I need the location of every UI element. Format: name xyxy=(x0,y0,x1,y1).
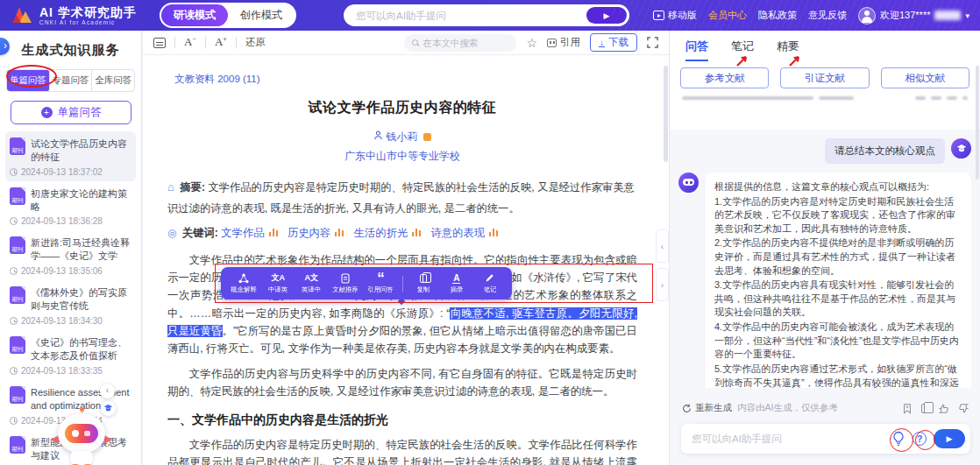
references-button[interactable]: 参考文献 xyxy=(680,67,769,88)
journal-icon: 期刊 xyxy=(10,137,25,155)
en-to-zh-button[interactable]: A文 英译中 xyxy=(298,272,324,294)
regenerate-button[interactable]: 重新生成 xyxy=(682,402,732,414)
concept-explain-button[interactable]: 概念解释 xyxy=(230,272,258,294)
copy-answer-icon[interactable] xyxy=(921,404,929,413)
sidebar-title: 生成式知识服务 xyxy=(0,31,141,59)
journal-icon: 期刊 xyxy=(10,286,25,304)
zh-to-en-button[interactable]: 文A 中译英 xyxy=(265,272,291,294)
answer-line: 2.文学作品的历史内容不提供绝对的是非判断或明确的历史评价，而是通过具有艺术性的… xyxy=(714,236,962,278)
qa-scope-tabs: 单篇问答 专题问答 全库问答 xyxy=(6,69,135,92)
chart-icon[interactable] xyxy=(335,229,344,236)
mode-toggle: 研读模式 创作模式 xyxy=(160,3,296,28)
panel-scrollbar[interactable] xyxy=(976,66,979,180)
document-toolbar: A− A+ 还原 ☆ 引用 ↓ 下载 xyxy=(143,31,669,55)
restore-button[interactable]: 还原 xyxy=(245,36,266,49)
list-item[interactable]: 期刊 初唐史家文论的建构策略 2024-09-13 18:36:28 xyxy=(5,181,136,231)
mode-tab-create[interactable]: 创作模式 xyxy=(228,4,295,26)
header-search-input[interactable] xyxy=(356,11,586,21)
similar-literature-button[interactable]: 相似文献 xyxy=(881,67,969,88)
clock-icon xyxy=(10,367,18,375)
sidebar-collapse-mini-button[interactable]: ‹ xyxy=(100,384,115,398)
vip-center-link[interactable]: 会员中心 xyxy=(708,9,747,22)
thumbs-down-icon[interactable] xyxy=(958,403,969,414)
journal-icon: 期刊 xyxy=(10,386,25,404)
note-button[interactable]: 笔记 xyxy=(477,272,503,294)
author-line: 钱小莉 xyxy=(167,130,637,144)
affiliation[interactable]: 广东中山市中等专业学校 xyxy=(167,149,637,164)
list-item[interactable]: 期刊 新进路:司马迁经典诠释学——《史记》文学研... 2024-09-13 1… xyxy=(5,230,136,280)
collapse-right-handle[interactable]: › xyxy=(656,268,669,301)
chat-messages: 请总结本文的核心观点 根据提供的信息，这篇文章的核心观点可以概括为: 1.文学作… xyxy=(678,135,971,388)
document-scrollbar[interactable] xyxy=(664,66,668,162)
citation-qa-button[interactable]: “ 引用问答 xyxy=(366,272,394,294)
tab-highlights[interactable]: 精要 xyxy=(777,39,799,61)
in-document-search xyxy=(404,34,516,52)
help-icon[interactable]: ? xyxy=(913,432,927,446)
excerpt-icon: A xyxy=(452,272,460,284)
redacted-phone xyxy=(934,11,961,20)
author-badge-icon xyxy=(423,133,431,141)
clock-icon xyxy=(10,417,18,425)
app-title: AI 学术研究助手 xyxy=(39,6,137,19)
concept-icon xyxy=(238,272,249,284)
thumbs-up-icon[interactable] xyxy=(938,403,949,414)
keyword-link[interactable]: 生活的折光 xyxy=(354,227,408,239)
app-logo: AI 学术研究助手 CNKI AI for Academic xyxy=(12,5,137,26)
font-larger-button[interactable]: A+ xyxy=(215,35,227,49)
tab-notes[interactable]: 笔记 xyxy=(731,39,754,61)
redacted-meta-line xyxy=(670,88,980,105)
body-paragraph: 文学作品的历史内容是特定历史时期的、特定民族的社会生活的反映。文学作品比任何科学… xyxy=(167,436,637,465)
answer-line: 3.文学作品的历史内容具有现实针对性，能够引发社会的共鸣，但这种共鸣往往不是基于… xyxy=(714,278,962,320)
user-chat-avatar xyxy=(951,138,971,159)
list-item[interactable]: 期刊 试论文学作品历史内容的特征 2024-09-13 18:37:02 xyxy=(5,131,136,181)
download-button[interactable]: ↓ 下载 xyxy=(590,33,637,52)
chart-icon[interactable] xyxy=(269,229,278,236)
document-icon xyxy=(341,272,350,284)
quote-icon: “ xyxy=(377,272,385,284)
keyword-link[interactable]: 诗意的表现 xyxy=(430,227,484,239)
favorite-star-icon[interactable]: ☆ xyxy=(526,37,537,49)
journal-source-link[interactable]: 文教资料 2009 (11) xyxy=(174,73,260,86)
search-icon xyxy=(412,39,418,46)
chat-send-button[interactable]: ▶ xyxy=(934,429,965,448)
journal-icon: 期刊 xyxy=(10,236,25,254)
excerpt-button[interactable]: A 摘录 xyxy=(444,272,470,294)
collapse-left-handle[interactable]: ‹ xyxy=(656,229,669,263)
literature-recommend-button[interactable]: 文献推荐 xyxy=(331,272,359,294)
assistant-mascot[interactable] xyxy=(51,407,112,465)
user-question-chip[interactable]: 请总结本文的核心观点 xyxy=(825,138,945,164)
app-subtitle: CNKI AI for Academic xyxy=(39,19,137,25)
citing-literature-button[interactable]: 引证文献 xyxy=(780,67,869,88)
keyword-link[interactable]: 历史内容 xyxy=(288,227,330,239)
list-item[interactable]: 期刊 《儒林外史》的写实原则与史官传统 2024-09-13 18:34:30 xyxy=(5,280,136,330)
privacy-link[interactable]: 隐私政策 xyxy=(758,9,797,22)
feedback-link[interactable]: 意见反馈 xyxy=(808,9,847,22)
account-menu[interactable]: 欢迎137**** ▾ xyxy=(858,7,969,25)
tab-single-doc-qa[interactable]: 单篇问答 xyxy=(7,70,50,91)
tab-topic-qa[interactable]: 专题问答 xyxy=(50,70,93,91)
outline-icon[interactable] xyxy=(153,38,166,48)
new-single-doc-qa-button[interactable]: + 单篇问答 xyxy=(11,101,131,124)
chat-input[interactable] xyxy=(692,433,884,444)
answer-line: 根据提供的信息，这篇文章的核心观点可以概括为: xyxy=(714,180,962,194)
mobile-version-link[interactable]: 移动版 xyxy=(653,9,697,22)
copy-button[interactable]: 复制 xyxy=(410,272,437,294)
cite-icon xyxy=(547,39,557,47)
author-name[interactable]: 钱小莉 xyxy=(387,130,418,143)
tab-library-qa[interactable]: 全库问答 xyxy=(92,70,134,91)
lightbulb-icon[interactable] xyxy=(891,431,905,447)
chart-icon[interactable] xyxy=(412,229,421,236)
tab-qa[interactable]: 问答 xyxy=(685,39,708,61)
in-document-search-input[interactable] xyxy=(423,38,501,48)
header-send-button[interactable]: ▶ xyxy=(586,7,627,24)
app-header: AI 学术研究助手 CNKI AI for Academic 研读模式 创作模式… xyxy=(0,0,980,31)
cite-button[interactable]: 引用 xyxy=(547,36,580,49)
chart-icon[interactable] xyxy=(489,229,498,236)
list-item[interactable]: 期刊 《史记》的书写理念、文本形态及价值探析 2024-09-13 18:33:… xyxy=(5,330,136,380)
fullscreen-icon[interactable] xyxy=(647,37,658,48)
mode-tab-read[interactable]: 研读模式 xyxy=(161,4,228,26)
answer-line: 5.文学作品的历史内容通过艺术形式，如狄德罗所言的“做到惊奇而不失其逼真”，使得… xyxy=(714,363,962,388)
keyword-link[interactable]: 文学作品 xyxy=(221,227,264,239)
font-smaller-button[interactable]: A− xyxy=(184,35,196,49)
save-to-note-icon[interactable] xyxy=(902,403,913,414)
